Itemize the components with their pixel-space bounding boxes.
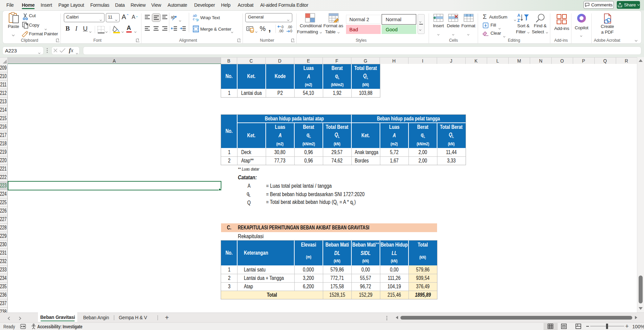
svg-text:.00: .00 bbox=[278, 29, 284, 33]
svg-text:Z: Z bbox=[517, 18, 520, 23]
svg-text:0: 0 bbox=[282, 25, 284, 29]
svg-text:ab: ab bbox=[171, 15, 175, 20]
svg-text:.00: .00 bbox=[287, 25, 292, 29]
svg-text:A: A bbox=[517, 13, 520, 18]
svg-text:c: c bbox=[193, 17, 195, 21]
svg-text:0: 0 bbox=[290, 29, 292, 33]
